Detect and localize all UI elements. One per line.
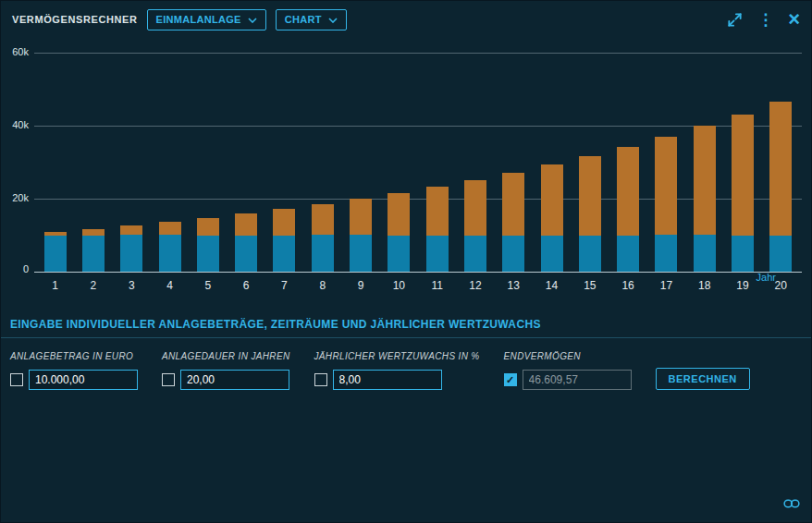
wertzuwachs-checkbox[interactable] — [314, 373, 327, 386]
bar-segment-principal[interactable] — [273, 236, 295, 273]
bar-segment-growth[interactable] — [694, 126, 716, 235]
bar-segment-principal[interactable] — [579, 236, 601, 273]
x-tick-1: 1 — [36, 279, 74, 292]
bar-year-2[interactable] — [74, 53, 112, 272]
y-tick-0: 0 — [3, 263, 29, 274]
investment-mode-dropdown[interactable]: EINMALANLAGE — [147, 9, 266, 30]
bar-segment-growth[interactable] — [120, 225, 142, 235]
bar-segment-growth[interactable] — [579, 156, 601, 236]
x-tick-12: 12 — [456, 279, 494, 292]
bar-year-5[interactable] — [189, 53, 227, 272]
bar-segment-principal[interactable] — [82, 236, 105, 273]
x-tick-16: 16 — [609, 279, 646, 292]
close-icon[interactable]: × — [788, 10, 800, 29]
endvermoegen-label: ENDVERMÖGEN — [504, 351, 632, 361]
bar-year-17[interactable] — [647, 53, 685, 272]
bar-segment-principal[interactable] — [197, 236, 219, 273]
bar-segment-growth[interactable] — [273, 209, 295, 235]
bar-segment-growth[interactable] — [732, 115, 754, 236]
bar-year-20[interactable] — [762, 53, 800, 272]
bar-segment-growth[interactable] — [312, 204, 334, 236]
expand-icon[interactable] — [727, 10, 743, 29]
wertzuwachs-input[interactable] — [333, 370, 442, 390]
y-tick-60k: 60k — [3, 46, 29, 57]
bar-segment-principal[interactable] — [426, 236, 449, 273]
bar-segment-principal[interactable] — [159, 235, 181, 272]
anlagebetrag-input[interactable] — [29, 370, 138, 390]
bar-segment-principal[interactable] — [541, 236, 563, 273]
field-endvermoegen: ENDVERMÖGEN — [504, 351, 632, 390]
link-icon[interactable] — [783, 497, 800, 513]
bar-year-6[interactable] — [227, 53, 265, 272]
bar-year-3[interactable] — [113, 53, 151, 272]
y-tick-40k: 40k — [3, 119, 29, 130]
bar-segment-principal[interactable] — [120, 235, 142, 272]
bar-segment-principal[interactable] — [732, 236, 754, 273]
x-tick-19: 19 — [723, 279, 761, 292]
bar-year-15[interactable] — [571, 53, 609, 272]
bar-segment-principal[interactable] — [388, 236, 410, 273]
bar-segment-principal[interactable] — [312, 235, 334, 272]
bar-year-1[interactable] — [36, 53, 74, 272]
endvermoegen-checkbox[interactable] — [504, 373, 517, 386]
wertzuwachs-label: JÄHRLICHER WERTZUWACHS IN % — [314, 351, 480, 361]
view-type-dropdown[interactable]: CHART — [276, 9, 347, 30]
bar-segment-growth[interactable] — [159, 222, 181, 235]
anlagebetrag-checkbox[interactable] — [10, 373, 23, 386]
page-title: VERMÖGENSRECHNER — [12, 14, 138, 25]
bar-segment-growth[interactable] — [655, 137, 677, 236]
bar-segment-principal[interactable] — [769, 236, 792, 273]
view-type-dropdown-label: CHART — [285, 14, 322, 25]
bar-segment-growth[interactable] — [235, 213, 257, 235]
bar-year-8[interactable] — [303, 53, 341, 272]
bar-year-18[interactable] — [685, 53, 723, 272]
bar-segment-growth[interactable] — [541, 164, 563, 236]
anlagedauer-checkbox[interactable] — [162, 373, 175, 386]
kebab-menu-icon[interactable]: ⋮ — [757, 10, 773, 29]
berechnen-button[interactable]: BERECHNEN — [656, 368, 750, 390]
bar-year-12[interactable] — [456, 53, 494, 272]
bar-segment-growth[interactable] — [464, 180, 486, 236]
x-tick-11: 11 — [418, 279, 456, 292]
x-tick-6: 6 — [227, 279, 265, 292]
x-tick-8: 8 — [303, 279, 341, 292]
bar-segment-principal[interactable] — [617, 236, 639, 273]
bar-segment-principal[interactable] — [502, 236, 524, 273]
bar-year-7[interactable] — [265, 53, 303, 272]
x-tick-4: 4 — [151, 279, 189, 292]
bar-year-16[interactable] — [609, 53, 646, 272]
bar-year-10[interactable] — [380, 53, 418, 272]
bar-segment-principal[interactable] — [350, 235, 372, 272]
x-tick-5: 5 — [189, 279, 227, 292]
header-icons: ⋮ × — [727, 10, 800, 29]
bar-segment-principal[interactable] — [44, 236, 67, 273]
bar-segment-principal[interactable] — [655, 235, 677, 272]
chevron-down-icon — [248, 14, 257, 25]
bar-segment-growth[interactable] — [426, 187, 449, 236]
field-anlagebetrag: ANLAGEBETRAG IN EURO — [10, 351, 138, 390]
bar-segment-growth[interactable] — [617, 147, 639, 236]
bar-segment-growth[interactable] — [769, 102, 792, 236]
endvermoegen-input[interactable] — [523, 370, 632, 390]
bar-year-19[interactable] — [723, 53, 761, 272]
x-tick-15: 15 — [571, 279, 609, 292]
bar-segment-growth[interactable] — [388, 193, 410, 236]
bar-segment-growth[interactable] — [197, 218, 219, 236]
anlagedauer-input[interactable] — [180, 370, 289, 390]
bar-year-9[interactable] — [341, 53, 379, 272]
x-tick-10: 10 — [380, 279, 418, 292]
x-tick-13: 13 — [495, 279, 533, 292]
bar-year-11[interactable] — [418, 53, 456, 272]
bar-year-4[interactable] — [151, 53, 189, 272]
bar-segment-principal[interactable] — [694, 235, 716, 272]
bar-segment-growth[interactable] — [350, 199, 372, 235]
bar-segment-principal[interactable] — [464, 236, 486, 273]
bar-segment-growth[interactable] — [502, 173, 524, 236]
x-tick-18: 18 — [685, 279, 723, 292]
bar-year-13[interactable] — [495, 53, 533, 272]
x-axis-labels: Jahr 1234567891011121314151617181920 — [34, 272, 802, 299]
bar-segment-principal[interactable] — [235, 236, 257, 273]
x-tick-3: 3 — [113, 279, 151, 292]
bar-year-14[interactable] — [533, 53, 571, 272]
chevron-down-icon — [328, 14, 338, 25]
